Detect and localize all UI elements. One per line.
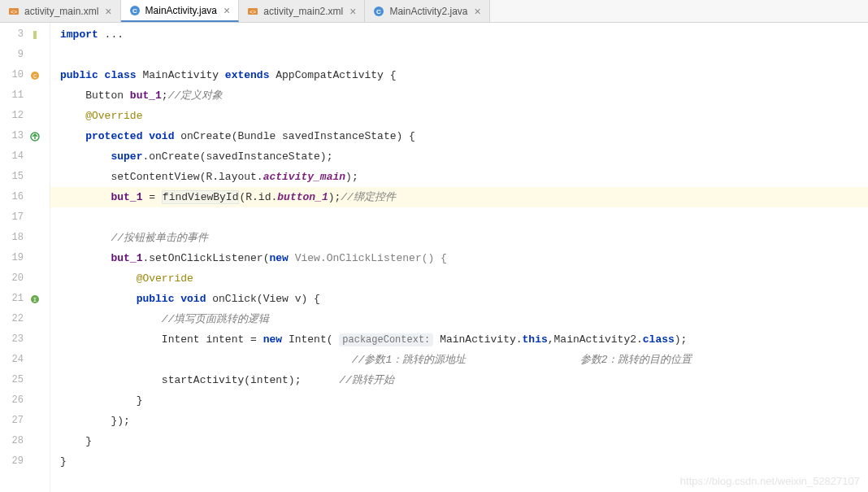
- code-area[interactable]: import ...public class MainActivity exte…: [50, 23, 868, 492]
- tab-bar-filler: [490, 0, 868, 22]
- code-line[interactable]: }: [50, 390, 868, 411]
- code-line[interactable]: //参数1：跳转的源地址 参数2：跳转的目的位置: [50, 350, 868, 370]
- code-line[interactable]: }: [50, 451, 868, 472]
- gutter-line: 17: [0, 207, 50, 228]
- code-line[interactable]: setContentView(R.layout.activity_main);: [50, 167, 868, 187]
- xml-file-icon: <>: [247, 6, 258, 17]
- tab-label: activity_main2.xml: [263, 6, 343, 17]
- gutter-line: 3: [0, 24, 50, 45]
- gutter-line: 21I: [0, 289, 50, 309]
- java-class-icon: C: [129, 5, 141, 16]
- gutter-line: 20: [0, 268, 50, 289]
- gutter-line: 22: [0, 309, 50, 329]
- gutter-line: 9: [0, 45, 50, 65]
- gutter-line: 15: [0, 167, 50, 187]
- tab-label: MainActivity.java: [145, 5, 217, 16]
- tab-activity-main2-xml[interactable]: <> activity_main2.xml ×: [239, 0, 365, 22]
- code-line[interactable]: startActivity(intent); //跳转开始: [50, 370, 868, 390]
- gutter-line: 28: [0, 431, 50, 451]
- svg-text:C: C: [377, 8, 382, 15]
- gutter-line: 14: [0, 146, 50, 167]
- tab-main-activity-java[interactable]: C MainActivity.java ×: [121, 0, 240, 22]
- tab-activity-main-xml[interactable]: <> activity_main.xml ×: [0, 0, 121, 22]
- gutter-line: 18: [0, 228, 50, 248]
- code-line[interactable]: //填写页面跳转的逻辑: [50, 309, 868, 329]
- gutter-marker-icon: [24, 29, 46, 41]
- gutter-line: 29: [0, 451, 50, 472]
- code-line[interactable]: but_1.setOnClickListener(new View.OnClic…: [50, 248, 868, 268]
- gutter-line: 16: [0, 187, 50, 207]
- gutter-line: 25: [0, 370, 50, 390]
- close-icon[interactable]: ×: [105, 6, 111, 17]
- code-line[interactable]: @Override: [50, 268, 868, 289]
- gutter-line: 24: [0, 350, 50, 370]
- code-line[interactable]: //按钮被单击的事件: [50, 228, 868, 248]
- svg-text:<>: <>: [250, 9, 256, 15]
- code-line[interactable]: protected void onCreate(Bundle savedInst…: [50, 126, 868, 146]
- gutter-line: 23: [0, 329, 50, 350]
- gutter-line: 26: [0, 390, 50, 411]
- tab-label: activity_main.xml: [24, 6, 98, 17]
- code-line[interactable]: [50, 207, 868, 228]
- svg-text:I: I: [33, 296, 37, 303]
- close-icon[interactable]: ×: [224, 5, 230, 16]
- close-icon[interactable]: ×: [474, 6, 480, 17]
- code-editor[interactable]: 3910C1112131415161718192021I222324252627…: [0, 23, 868, 492]
- gutter-line: 11: [0, 85, 50, 106]
- code-line[interactable]: });: [50, 411, 868, 431]
- gutter-line: 13: [0, 126, 50, 146]
- code-line[interactable]: Button but_1;//定义对象: [50, 85, 868, 106]
- gutter-line: 19: [0, 248, 50, 268]
- gutter-marker-icon: [24, 131, 46, 142]
- close-icon[interactable]: ×: [349, 6, 356, 17]
- code-line[interactable]: public class MainActivity extends AppCom…: [50, 65, 868, 85]
- gutter-marker-icon: C: [24, 70, 46, 81]
- gutter: 3910C1112131415161718192021I222324252627…: [0, 23, 50, 492]
- gutter-line: 10C: [0, 65, 50, 85]
- svg-text:C: C: [33, 73, 37, 80]
- svg-text:C: C: [132, 7, 137, 15]
- java-class-icon: C: [373, 6, 384, 17]
- gutter-line: 27: [0, 411, 50, 431]
- code-line[interactable]: @Override: [50, 106, 868, 126]
- code-line[interactable]: super.onCreate(savedInstanceState);: [50, 146, 868, 167]
- code-line[interactable]: [50, 45, 868, 65]
- svg-rect-8: [33, 31, 37, 39]
- gutter-marker-icon: I: [24, 294, 46, 305]
- xml-file-icon: <>: [8, 6, 20, 17]
- editor-tab-bar: <> activity_main.xml × C MainActivity.ja…: [0, 0, 868, 23]
- code-line[interactable]: import ...: [50, 24, 868, 45]
- gutter-line: 12: [0, 106, 50, 126]
- parameter-hint: packageContext:: [339, 333, 433, 346]
- code-line[interactable]: public void onClick(View v) {: [50, 289, 868, 309]
- code-line[interactable]: }: [50, 431, 868, 451]
- code-line[interactable]: but_1 = findViewById(R.id.button_1);//绑定…: [50, 187, 868, 207]
- svg-text:<>: <>: [11, 9, 17, 15]
- tab-label: MainActivity2.java: [389, 6, 467, 17]
- tab-main-activity2-java[interactable]: C MainActivity2.java ×: [365, 0, 489, 22]
- code-line[interactable]: Intent intent = new Intent( packageConte…: [50, 329, 868, 350]
